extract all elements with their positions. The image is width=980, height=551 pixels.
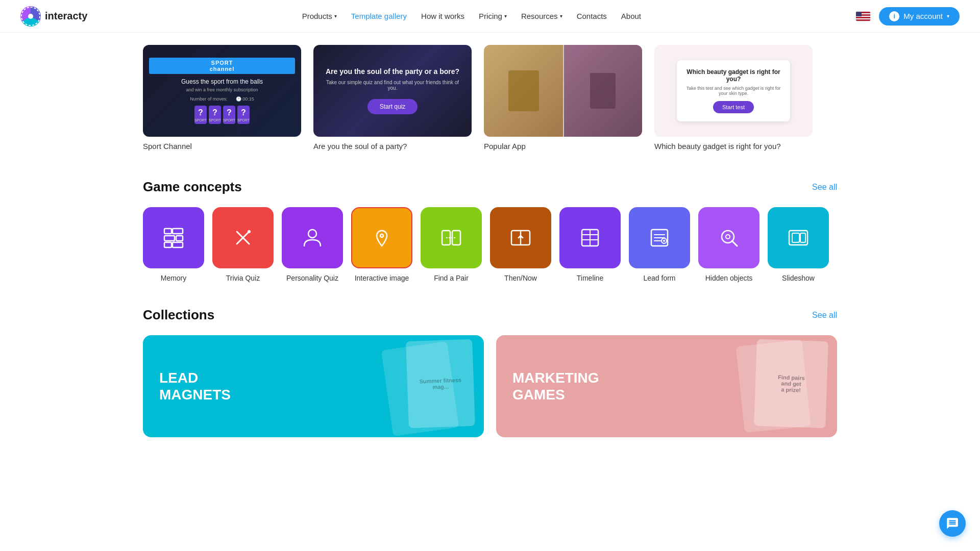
game-card-find-pair[interactable]: Find a Pair [421, 207, 482, 283]
game-card-hidden-objects[interactable]: Hidden objects [698, 207, 760, 283]
top-card-sport[interactable]: SPORTchannel Guess the sport from the ba… [143, 45, 301, 151]
game-card-timeline[interactable]: Timeline [559, 207, 621, 283]
sport-cell-3: ?SPORT [223, 106, 235, 124]
svg-rect-14 [452, 231, 460, 245]
slideshow-label: Slideshow [782, 273, 815, 283]
party-title: Are you the soul of the party or a bore? [326, 67, 459, 76]
party-start-button[interactable]: Start quiz [368, 99, 418, 114]
personality-icon-box [282, 207, 343, 268]
lead-form-icon-box [629, 207, 690, 268]
top-cards-section: SPORTchannel Guess the sport from the ba… [143, 33, 837, 163]
main-content: SPORTchannel Guess the sport from the ba… [122, 33, 857, 468]
game-card-then-now[interactable]: Then/Now [490, 207, 551, 283]
game-concepts-see-all[interactable]: See all [812, 183, 837, 192]
personality-icon [300, 226, 325, 250]
svg-point-12 [380, 234, 383, 237]
nav-template-gallery[interactable]: Template gallery [351, 12, 407, 20]
game-concepts-grid: Memory Trivia Quiz Personality Quiz [143, 207, 837, 283]
nav-right: i My account ▾ [855, 7, 960, 26]
slideshow-icon-box [768, 207, 829, 268]
game-card-memory[interactable]: Memory [143, 207, 204, 283]
my-account-button[interactable]: i My account ▾ [879, 7, 960, 26]
flag-icon [855, 11, 871, 21]
top-card-app[interactable]: Popular App [484, 45, 642, 151]
sport-cell-2: ?SPORT [209, 106, 221, 124]
top-card-beauty[interactable]: Which beauty gadget is right for you? Ta… [654, 45, 813, 151]
party-card-image: Are you the soul of the party or a bore?… [313, 45, 472, 137]
logo-text: interacty [45, 10, 87, 22]
memory-label: Memory [161, 273, 187, 283]
interactive-image-label: Interactive image [355, 273, 409, 283]
nav-resources[interactable]: Resources ▾ [521, 12, 562, 20]
svg-line-30 [732, 241, 737, 246]
svg-rect-32 [792, 233, 799, 242]
interactive-image-icon-box [351, 207, 412, 268]
resources-arrow: ▾ [560, 13, 562, 19]
logo[interactable]: interacty [20, 6, 87, 27]
sport-cell-1: ?SPORT [194, 106, 207, 124]
then-now-label: Then/Now [504, 273, 537, 283]
nav-how-it-works[interactable]: How it works [421, 12, 464, 20]
products-arrow: ▾ [334, 13, 337, 19]
memory-icon [161, 226, 186, 250]
game-card-lead-form[interactable]: Lead form [629, 207, 690, 283]
game-card-interactive-image[interactable]: Interactive image [351, 207, 412, 283]
game-card-slideshow[interactable]: Slideshow [768, 207, 829, 283]
marketing-games-title: MARKETINGGAMES [512, 369, 599, 404]
collections-grid: LEADMAGNETS Summer fitness mag... MARKET… [143, 335, 837, 437]
sport-cell-4: ?SPORT [237, 106, 250, 124]
beauty-card-label: Which beauty gadget is right for you? [654, 142, 813, 151]
lead-form-label: Lead form [643, 273, 675, 283]
pricing-arrow: ▾ [504, 13, 507, 19]
lead-card-decor-2: Summer fitness mag... [406, 339, 475, 428]
personality-label: Personality Quiz [286, 273, 338, 283]
sport-card-label: Sport Channel [143, 142, 301, 151]
svg-rect-3 [173, 229, 183, 234]
collections-header: Collections See all [143, 307, 837, 323]
sport-grid: ?SPORT ?SPORT ?SPORT ?SPORT [194, 106, 250, 124]
nav-products[interactable]: Products ▾ [302, 12, 337, 20]
collection-marketing-games[interactable]: MARKETINGGAMES Find pairsand geta prize! [496, 335, 837, 437]
party-card-label: Are you the soul of a party? [313, 142, 472, 151]
game-card-personality[interactable]: Personality Quiz [282, 207, 343, 283]
nav-pricing[interactable]: Pricing ▾ [479, 12, 507, 20]
svg-rect-6 [164, 242, 172, 247]
timeline-icon-box [559, 207, 621, 268]
app-card-label: Popular App [484, 142, 642, 151]
marketing-card-decor-2: Find pairsand geta prize! [754, 339, 828, 429]
svg-rect-2 [164, 229, 172, 234]
nav-contacts[interactable]: Contacts [577, 12, 607, 20]
navigation: interacty Products ▾ Template gallery Ho… [0, 0, 980, 33]
svg-rect-4 [164, 236, 175, 241]
hidden-objects-icon [717, 226, 741, 250]
party-subtitle: Take our simple quiz and find out what y… [324, 80, 461, 91]
timeline-icon [578, 226, 602, 250]
svg-rect-5 [176, 236, 183, 241]
game-concepts-title: Game concepts [143, 179, 242, 195]
sport-title: Guess the sport from the balls [181, 78, 263, 85]
nav-links: Products ▾ Template gallery How it works… [302, 12, 641, 20]
slideshow-icon [786, 226, 811, 250]
collections-title: Collections [143, 307, 214, 323]
find-pair-icon [439, 226, 463, 250]
nav-about[interactable]: About [621, 12, 641, 20]
svg-point-1 [28, 14, 33, 19]
memory-icon-box [143, 207, 204, 268]
top-card-party[interactable]: Are you the soul of the party or a bore?… [313, 45, 472, 151]
sport-subtitle: and win a free monthly subscription [186, 87, 258, 92]
svg-rect-7 [173, 242, 183, 247]
beauty-start-button[interactable]: Start test [713, 101, 754, 113]
sport-banner: SPORTchannel [149, 58, 295, 74]
collection-lead-magnets[interactable]: LEADMAGNETS Summer fitness mag... [143, 335, 484, 437]
app-card-image [484, 45, 642, 137]
find-pair-label: Find a Pair [434, 273, 469, 283]
sport-card-image: SPORTchannel Guess the sport from the ba… [143, 45, 301, 137]
game-card-trivia[interactable]: Trivia Quiz [212, 207, 274, 283]
beauty-subtitle: Take this test and see which gadget is r… [685, 86, 782, 96]
lead-magnets-title: LEADMAGNETS [159, 369, 231, 404]
interactive-image-icon [370, 226, 394, 250]
svg-rect-33 [800, 233, 805, 242]
lead-form-icon [647, 226, 672, 250]
collections-see-all[interactable]: See all [812, 311, 837, 320]
account-arrow: ▾ [947, 13, 949, 19]
